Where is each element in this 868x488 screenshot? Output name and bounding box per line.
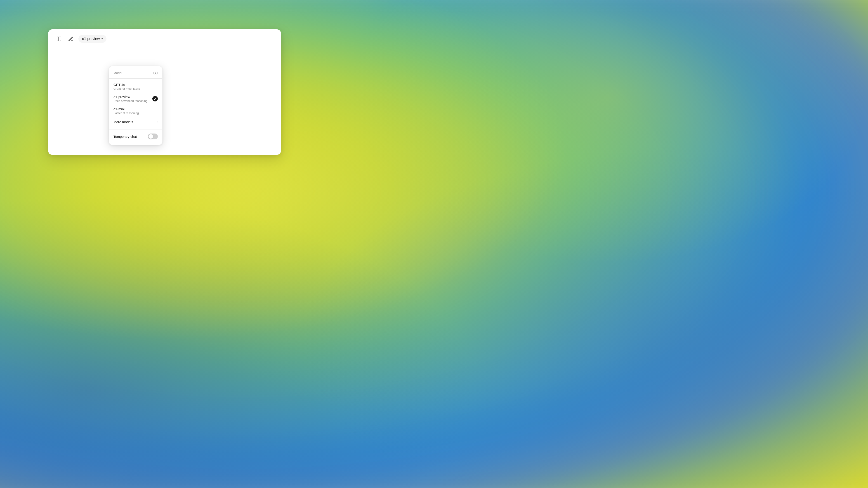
checkmark-icon [153, 97, 157, 100]
model-option-o1mini-text: o1-mini Faster at reasoning [114, 107, 139, 115]
model-button-label: o1-preview [82, 37, 100, 41]
new-chat-icon [68, 36, 73, 41]
model-option-o1preview-text: o1-preview Uses advanced reasoning [114, 95, 147, 103]
model-option-o1preview[interactable]: o1-preview Uses advanced reasoning [109, 93, 162, 105]
model-option-gpt4o[interactable]: GPT-4o Great for most tasks [109, 80, 162, 93]
toolbar: o1-preview ▾ [48, 29, 281, 48]
model-option-o1mini[interactable]: o1-mini Faster at reasoning [109, 105, 162, 117]
svg-rect-0 [57, 37, 61, 41]
temporary-chat-label: Temporary chat [114, 135, 137, 138]
dropdown-header: Model i [109, 70, 162, 78]
model-chevron-icon: ▾ [101, 37, 103, 40]
model-option-gpt4o-desc: Great for most tasks [114, 87, 140, 90]
main-window: o1-preview ▾ Model i GPT-4o Great for mo… [48, 29, 281, 155]
model-option-o1preview-name: o1-preview [114, 95, 147, 99]
model-option-gpt4o-name: GPT-4o [114, 83, 140, 87]
model-header-label: Model [114, 71, 122, 75]
model-option-o1preview-desc: Uses advanced reasoning [114, 99, 147, 103]
temporary-chat-toggle[interactable] [148, 133, 158, 139]
model-selector-button[interactable]: o1-preview ▾ [79, 35, 106, 43]
model-list: GPT-4o Great for most tasks o1-preview U… [109, 78, 162, 128]
model-option-o1mini-name: o1-mini [114, 107, 139, 111]
new-chat-button[interactable] [67, 35, 75, 43]
more-models-option[interactable]: More models › [109, 117, 162, 127]
toggle-knob [149, 134, 153, 139]
info-button[interactable]: i [153, 71, 158, 75]
model-option-o1mini-desc: Faster at reasoning [114, 111, 139, 115]
sidebar-icon [56, 36, 62, 41]
more-models-label: More models [114, 120, 133, 124]
chevron-right-icon: › [157, 120, 158, 124]
selected-check-icon [152, 96, 158, 101]
temporary-chat-row: Temporary chat [109, 130, 162, 141]
model-dropdown: Model i GPT-4o Great for most tasks o1-p… [109, 66, 162, 145]
model-option-gpt4o-text: GPT-4o Great for most tasks [114, 83, 140, 90]
sidebar-toggle-button[interactable] [55, 35, 63, 43]
